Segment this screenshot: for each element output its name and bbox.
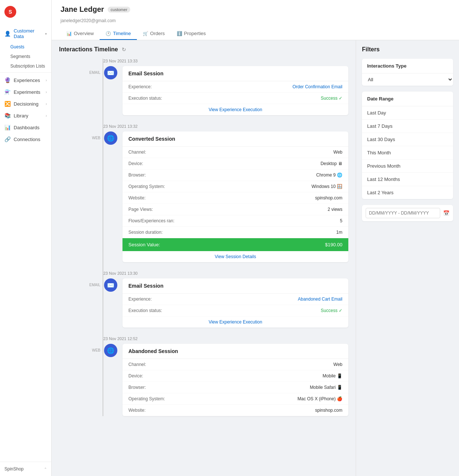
- value-browser-4: Mobile Safari 📱: [310, 385, 342, 390]
- label-website-4: Website:: [128, 408, 145, 413]
- value-exp-3[interactable]: Abandoned Cart Email: [298, 297, 342, 302]
- value-device: Desktop 🖥: [321, 161, 342, 166]
- label-pageviews: Page Views:: [128, 207, 153, 212]
- chevron-icon-4: ›: [46, 102, 47, 106]
- timeline-tab-icon: 🕐: [106, 31, 111, 36]
- interactions-type-group: Interactions Type All Email Web Push SMS: [362, 59, 453, 86]
- card-row-1-status: Execution status: Success ✓: [122, 93, 348, 104]
- sidebar-item-experiences[interactable]: 🔮 Experiences ›: [0, 74, 51, 86]
- timeline-icon-wrap-2: 🌐: [103, 131, 118, 145]
- timeline-row-4: WEB 🌐 Abandoned Session Channel: Web De: [89, 344, 348, 416]
- date-range-this-month[interactable]: This Month: [362, 146, 453, 160]
- refresh-button[interactable]: ↻: [122, 47, 126, 52]
- sidebar-logo: S: [0, 0, 51, 24]
- tab-timeline[interactable]: 🕐 Timeline: [100, 28, 137, 40]
- session-value-highlight: Session Value: $190.00: [122, 238, 348, 251]
- dashboards-icon: 📊: [4, 124, 11, 130]
- timeline-timestamp-1: 23 Nov 2021 13:33: [89, 59, 348, 63]
- timeline-row-2: WEB 🌐 Converted Session Channel: Web De: [89, 131, 348, 262]
- value-browser: Chrome 9 🌐: [316, 172, 342, 178]
- value-channel-4: Web: [334, 362, 342, 367]
- card-row-2-device: Device: Desktop 🖥: [122, 158, 348, 169]
- timeline-timestamp-3: 23 Nov 2021 13:30: [89, 271, 348, 275]
- label-device-4: Device:: [128, 373, 143, 379]
- label-exp-3: Experience:: [128, 297, 152, 302]
- card-row-2-duration: Session duration: 1m: [122, 227, 348, 238]
- label-os: Operating System:: [128, 184, 165, 189]
- card-row-2-website: Website: spinshop.com: [122, 192, 348, 204]
- card-row-label: Experience:: [128, 84, 152, 89]
- interactions-type-select[interactable]: All Email Web Push SMS: [362, 73, 453, 86]
- date-range-group: Date Range Last Day Last 7 Days Last 30 …: [362, 92, 453, 199]
- card-header-1: Email Session: [122, 66, 348, 81]
- view-experience-link-1[interactable]: View Experience Execution: [122, 104, 348, 115]
- chevron-icon-2: ›: [46, 78, 47, 82]
- sidebar-item-decisioning[interactable]: 🔀 Decisioning ›: [0, 98, 51, 110]
- channel-label-3: EMAIL: [89, 278, 103, 287]
- logo-icon[interactable]: S: [4, 6, 16, 18]
- card-row-3-status: Execution status: Success ✓: [122, 305, 348, 316]
- sidebar-sub-segments[interactable]: Segments: [0, 52, 51, 61]
- timeline-title: Interactions Timeline: [59, 46, 118, 53]
- sidebar-item-customer-data[interactable]: 👤 Customer Data ▾: [0, 25, 51, 42]
- timeline-card-2: Converted Session Channel: Web Device: D…: [122, 131, 348, 262]
- main-content: Jane Ledger customer janeledger2020@gmai…: [52, 0, 459, 476]
- web-icon-1: 🌐: [104, 131, 117, 145]
- timeline-card-4: Abandoned Session Channel: Web Device: M…: [122, 344, 348, 416]
- date-range-input[interactable]: [366, 208, 440, 218]
- date-range-previous-month[interactable]: Previous Month: [362, 160, 453, 173]
- view-experience-link-3[interactable]: View Experience Execution: [122, 316, 348, 328]
- sidebar-item-experiments[interactable]: ⚗️ Experiments ›: [0, 86, 51, 98]
- timeline-card-3: Email Session Experience: Abandoned Cart…: [122, 278, 348, 328]
- date-range-last-12[interactable]: Last 12 Months: [362, 173, 453, 186]
- calendar-icon[interactable]: 📅: [443, 210, 449, 216]
- timeline-icon-wrap-1: ✉️: [103, 66, 118, 79]
- session-value-label: Session Value:: [128, 242, 160, 247]
- web-icon-2: 🌐: [104, 344, 117, 357]
- tab-orders[interactable]: 🛒 Orders: [137, 28, 171, 40]
- card-row-2-channel: Channel: Web: [122, 147, 348, 158]
- decisioning-icon: 🔀: [4, 101, 11, 107]
- timeline-row-1: EMAIL ✉️ Email Session Experience: Order…: [89, 66, 348, 115]
- timeline-timestamp-4: 23 Nov 2021 12:52: [89, 336, 348, 341]
- sidebar-sub-guests[interactable]: Guests: [0, 42, 51, 52]
- sidebar-item-library[interactable]: 📚 Library ›: [0, 110, 51, 121]
- overview-tab-icon: 📊: [66, 31, 72, 36]
- tab-properties[interactable]: ℹ️ Properties: [171, 28, 212, 40]
- label-website: Website:: [128, 195, 145, 201]
- card-row-2-pageviews: Page Views: 2 views: [122, 204, 348, 215]
- card-row-4-website: Website: spinshop.com: [122, 405, 348, 416]
- interactions-type-label: Interactions Type: [362, 59, 453, 73]
- timeline-timestamp-2: 23 Nov 2021 13:32: [89, 124, 348, 129]
- date-range-last-7[interactable]: Last 7 Days: [362, 120, 453, 133]
- card-row-value-link[interactable]: Order Confirmation Email: [293, 84, 342, 89]
- view-session-link[interactable]: View Session Details: [122, 251, 348, 262]
- timeline-header: Interactions Timeline ↻: [59, 46, 348, 53]
- sidebar-divider-1: [0, 72, 51, 73]
- sidebar-sub-subscription-lists[interactable]: Subscription Lists: [0, 61, 51, 71]
- body-layout: Interactions Timeline ↻ 23 Nov 2021 13:3…: [52, 40, 459, 476]
- tab-overview[interactable]: 📊 Overview: [61, 28, 100, 40]
- timeline-container: 23 Nov 2021 13:33 EMAIL ✉️ Email Session…: [59, 59, 348, 416]
- date-range-last-day[interactable]: Last Day: [362, 106, 453, 120]
- card-row-4-channel: Channel: Web: [122, 359, 348, 370]
- sidebar-item-dashboards[interactable]: 📊 Dashboards: [0, 121, 51, 133]
- timeline-entry-3: 23 Nov 2021 13:30 EMAIL ✉️ Email Session…: [89, 271, 348, 328]
- page-title: Jane Ledger: [61, 5, 104, 14]
- card-row-4-os: Operating System: Mac OS X (iPhone) 🍎: [122, 393, 348, 405]
- sidebar-footer[interactable]: SpinShop ⌃: [0, 462, 51, 476]
- card-header-2: Converted Session: [122, 131, 348, 147]
- person-icon: 👤: [4, 31, 11, 37]
- page-tabs: 📊 Overview 🕐 Timeline 🛒 Orders ℹ️ Proper…: [61, 28, 450, 40]
- experiences-icon: 🔮: [4, 77, 11, 83]
- date-range-last-30[interactable]: Last 30 Days: [362, 133, 453, 146]
- experiments-icon: ⚗️: [4, 89, 11, 95]
- date-range-last-2-years[interactable]: Last 2 Years: [362, 186, 453, 199]
- card-row-3-experience: Experience: Abandoned Cart Email: [122, 294, 348, 305]
- timeline-entry-1: 23 Nov 2021 13:33 EMAIL ✉️ Email Session…: [89, 59, 348, 115]
- card-row-4-browser: Browser: Mobile Safari 📱: [122, 382, 348, 393]
- channel-label-4: WEB: [89, 344, 103, 352]
- timeline-icon-wrap-3: ✉️: [103, 278, 118, 292]
- sidebar-item-connections[interactable]: 🔗 Connections: [0, 133, 51, 145]
- card-row-2-os: Operating System: Windows 10 🪟: [122, 181, 348, 192]
